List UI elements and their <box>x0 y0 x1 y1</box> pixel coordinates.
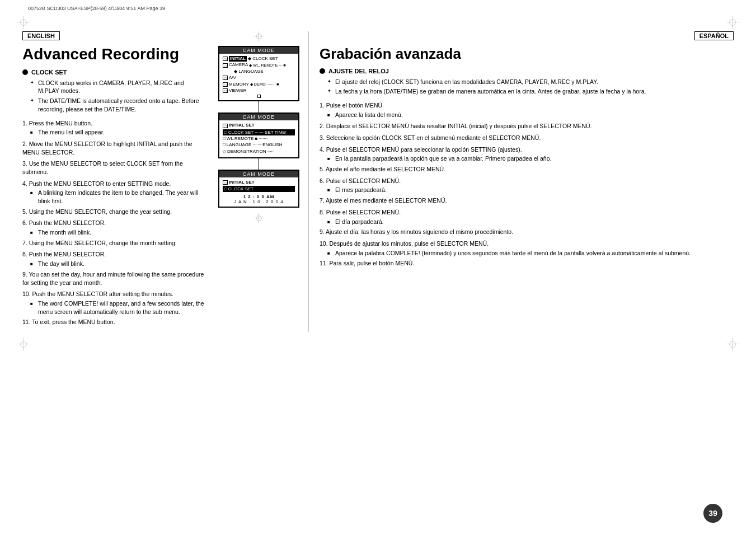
right-clock-header-text: AJUSTE DEL RELOJ <box>328 68 389 74</box>
sub-bullet-item: The month will blink. <box>30 228 204 237</box>
list-item: The DATE/TIME is automatically recorded … <box>30 97 204 113</box>
crosshair-br <box>726 338 739 351</box>
cam-date-time: 1 2 : 0 0 AM <box>223 194 295 199</box>
sub-bullet-item: The menu list will appear. <box>30 128 204 137</box>
bullet-dot-r <box>320 68 325 74</box>
step-r2: 2. Desplace el SELECTOR MENÚ hasta resal… <box>320 122 734 130</box>
step-7: 7. Using the MENU SELECTOR, change the m… <box>22 239 204 247</box>
crosshair-center-top <box>254 31 264 41</box>
cam-row-clock-set-hl: □ CLOCK SET ········SET TIME! <box>223 129 295 135</box>
header-text: 00752B SCD303 USA+ESP(28-59) 4/13/04 9:5… <box>28 6 165 11</box>
cam-row-demo2: ◇ DEMONSTRATION ····· <box>223 149 295 154</box>
cam-cursor <box>257 95 261 98</box>
right-section: ESPAÑOL Grabación avanzada AJUSTE DEL RE… <box>308 31 734 332</box>
cam-row-wl-remote: □ WL.REMOTE ■ ······· <box>223 136 295 142</box>
step-10: 10. Push the MENU SELECTOR after setting… <box>22 290 204 316</box>
cam-row-camera: □ CAMERA ◆ WL. REMOTE ····■ <box>223 62 295 68</box>
step-4: 4. Push the MENU SELECTOR to enter SETTI… <box>22 180 204 205</box>
cam-row-clock-set-hl2: □ CLOCK SET <box>223 186 295 192</box>
step-11: 11. To exit, press the MENU button. <box>22 318 204 326</box>
cam-row-language2: □ LANGUAGE ········ENGLISH <box>223 142 295 148</box>
connector-1 <box>259 101 259 113</box>
cam-screen-2-title: CAM MODE <box>219 114 298 120</box>
step-6: 6. Push the MENU SELECTOR. The month wil… <box>22 219 204 236</box>
right-clock-bullets: El ajuste del reloj (CLOCK SET) funciona… <box>320 78 734 96</box>
left-clock-bullets: CLOCK setup works in CAMERA, PLAYER, M.R… <box>22 79 204 114</box>
sub-bullet-item: The day will blink. <box>30 260 204 268</box>
cam-screen-3-body: □ INITIAL SET □ CLOCK SET 1 2 : 0 0 AM J… <box>219 177 298 207</box>
cam-screen-2: CAM MODE □ INITIAL SET □ CLOCK SET ·····… <box>218 113 299 158</box>
cam-date: J A N . 1 0 . 2 0 0 4 <box>223 199 295 204</box>
step-r1: 1. Pulse el botón MENÚ. Aparece la lista… <box>320 101 734 119</box>
crosshair-tr <box>726 16 739 29</box>
step-r6: 6. Pulse el SELECTOR MENÚ. El mes parpad… <box>320 177 734 194</box>
cam-screen-1: CAM MODE □ INITIAL ◆ CLOCK SET □ CAMERA … <box>218 46 299 101</box>
cam-row-language: ◆ LANGUAGE <box>223 69 295 74</box>
step-r8: 8. Pulse el SELECTOR MENÚ. El día parpad… <box>320 208 734 226</box>
crosshair-center-bottom <box>254 213 264 223</box>
list-item: El ajuste del reloj (CLOCK SET) funciona… <box>327 78 734 86</box>
list-item: CLOCK setup works in CAMERA, PLAYER, M.R… <box>30 79 204 95</box>
sub-bullet-item: El mes parpadeará. <box>327 186 734 194</box>
left-lang-badge: ENGLISH <box>22 31 60 40</box>
left-title: Advanced Recording <box>22 46 204 63</box>
left-section: ENGLISH Advanced Recording CLOCK SET CLO… <box>22 31 210 332</box>
cam-screen-2-body: □ INITIAL SET □ CLOCK SET ········SET TI… <box>219 120 298 157</box>
sub-bullet-item: The word COMPLETE! will appear, and a fe… <box>30 299 204 316</box>
cam-row-viewer: □ VIEWER <box>223 88 295 93</box>
bullet-dot <box>22 69 28 75</box>
right-lang-badge: ESPAÑOL <box>694 31 734 40</box>
step-3: 3. Use the MENU SELECTOR to select CLOCK… <box>22 160 204 176</box>
step-9: 9. You can set the day, hour and minute … <box>22 270 204 287</box>
page-container: 00752B SCD303 USA+ESP(28-59) 4/13/04 9:5… <box>0 0 756 534</box>
cam-screen-1-title: CAM MODE <box>219 47 298 54</box>
step-5: 5. Using the MENU SELECTOR, change the y… <box>22 208 204 216</box>
sub-bullet-item: Aparece la palabra COMPLETE! (terminado)… <box>327 249 734 257</box>
step-r5: 5. Ajuste el año mediante el SELECTOR ME… <box>320 165 734 174</box>
page-header: 00752B SCD303 USA+ESP(28-59) 4/13/04 9:5… <box>6 6 750 11</box>
step-2: 2. Move the MENU SELECTOR to highlight I… <box>22 140 204 156</box>
connector-2 <box>259 158 259 170</box>
cam-screen-1-body: □ INITIAL ◆ CLOCK SET □ CAMERA ◆ WL. REM… <box>219 54 298 100</box>
step-8: 8. Push the MENU SELECTOR. The day will … <box>22 250 204 268</box>
right-steps-list: 1. Pulse el botón MENÚ. Aparece la lista… <box>320 101 734 268</box>
list-item: La fecha y la hora (DATE/TIME) se graban… <box>327 87 734 96</box>
step-r10: 10. Después de ajustar los minutos, puls… <box>320 240 734 257</box>
cam-row-initial: □ INITIAL ◆ CLOCK SET <box>223 56 295 62</box>
step-r7: 7. Ajuste el mes mediante el SELECTOR ME… <box>320 196 734 205</box>
cam-screen-3-title: CAM MODE <box>219 171 298 177</box>
center-diagrams: CAM MODE □ INITIAL ◆ CLOCK SET □ CAMERA … <box>210 31 308 332</box>
cam-row-initial-set2: □ INITIAL SET <box>223 180 295 185</box>
sub-bullet-item: En la pantalla parpadeará la opción que … <box>327 154 734 163</box>
page-number-badge: 39 <box>703 504 722 523</box>
left-steps-list: 1. Press the MENU button. The menu list … <box>22 119 204 326</box>
step-r3: 3. Seleccione la opción CLOCK SET en el … <box>320 134 734 142</box>
step-r9: 9. Ajuste el día, las horas y los minuto… <box>320 228 734 236</box>
step-r11: 11. Para salir, pulse el botón MENÚ. <box>320 259 734 268</box>
crosshair-bl <box>17 338 30 351</box>
sub-bullet-item: A blinking item indicates the item to be… <box>30 189 204 205</box>
cam-row-initial-set: □ INITIAL SET <box>223 123 295 128</box>
left-clock-header: CLOCK SET <box>22 69 204 76</box>
right-title: Grabación avanzada <box>320 46 734 62</box>
right-clock-header: AJUSTE DEL RELOJ <box>320 68 734 74</box>
step-1: 1. Press the MENU button. The menu list … <box>22 119 204 137</box>
cam-row-memory: □ MEMORY ◆ DEMO ·········■ <box>223 82 295 87</box>
cam-screen-3: CAM MODE □ INITIAL SET □ CLOCK SET 1 2 :… <box>218 170 299 208</box>
main-columns: ENGLISH Advanced Recording CLOCK SET CLO… <box>6 31 750 332</box>
cam-row-av: □ A/V <box>223 75 295 81</box>
left-clock-header-text: CLOCK SET <box>31 69 67 76</box>
sub-bullet-item: El día parpadeará. <box>327 218 734 226</box>
step-r4: 4. Pulse el SELECTOR MENÚ para seleccion… <box>320 146 734 163</box>
crosshair-tl <box>17 16 30 29</box>
sub-bullet-item: Aparece la lista del menú. <box>327 111 734 119</box>
